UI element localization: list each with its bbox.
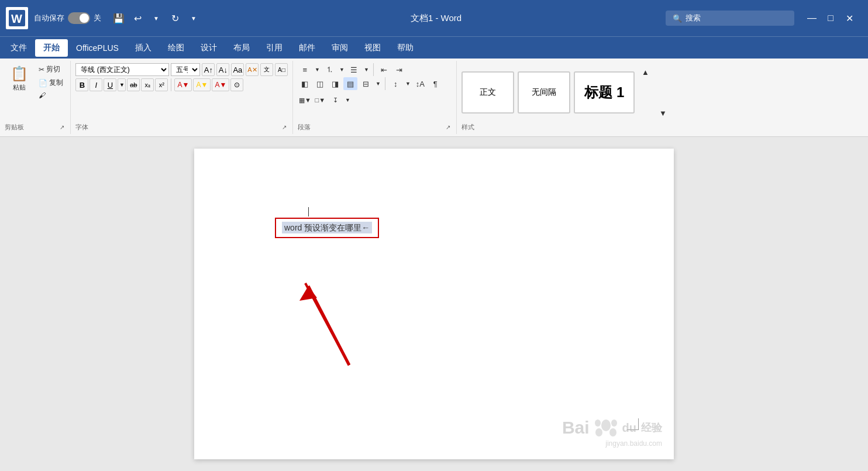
autosave-state: 关 [94, 13, 101, 23]
line-spacing-dropdown[interactable]: ▼ [404, 77, 412, 90]
show-marks-button[interactable]: ¶ [428, 77, 442, 90]
undo-dropdown[interactable]: ▼ [148, 10, 164, 26]
autosave-control: 自动保存 关 [34, 12, 101, 24]
multilevel-list-button[interactable]: ☰ [347, 63, 361, 76]
style-wujianxi[interactable]: 无间隔 [518, 71, 570, 114]
bullet-list-button[interactable]: ≡ [298, 63, 312, 76]
menu-review[interactable]: 审阅 [323, 39, 356, 57]
paragraph-expand[interactable]: ↗ [445, 123, 452, 132]
search-icon: 🔍 [673, 14, 682, 23]
sort-button[interactable]: ↕A [413, 77, 427, 90]
font-size-decrease-button[interactable]: A↓ [216, 63, 229, 76]
menu-design[interactable]: 设计 [192, 39, 225, 57]
decrease-indent-button[interactable]: ⇤ [377, 63, 391, 76]
menu-help[interactable]: 帮助 [389, 39, 422, 57]
chinese-layout-button[interactable]: ⊟ [359, 77, 373, 90]
bold-button[interactable]: B [75, 78, 88, 91]
underline-dropdown[interactable]: ▼ [118, 78, 126, 91]
menu-view[interactable]: 视图 [356, 39, 389, 57]
superscript-button[interactable]: x² [155, 78, 168, 91]
search-placeholder: 搜索 [686, 13, 701, 23]
window-controls: — □ ✕ [804, 10, 857, 26]
menu-layout[interactable]: 布局 [225, 39, 258, 57]
divider [171, 78, 171, 91]
menu-officeplus[interactable]: OfficePLUS [68, 40, 127, 56]
svg-point-5 [601, 420, 611, 431]
clipboard-label: 剪贴板 [5, 123, 24, 132]
save-button[interactable]: 💾 [111, 10, 127, 26]
menu-references[interactable]: 引用 [258, 39, 291, 57]
align-justify-button[interactable]: ▤ [343, 77, 357, 90]
autosave-label: 自动保存 [34, 13, 64, 23]
baidu-watermark: Bai du 经验 jingyan.baidu.com [562, 417, 662, 448]
clipboard-expand[interactable]: ↗ [58, 123, 66, 132]
align-right-button[interactable]: ◨ [328, 77, 342, 90]
arrow-annotation [297, 266, 390, 385]
selected-text-box[interactable]: word 预设渐变在哪里← [275, 218, 379, 238]
char-circle-button[interactable]: ⊙ [230, 78, 243, 91]
font-color-button[interactable]: A▼ [174, 78, 192, 91]
font-size-select[interactable]: 五号 [171, 63, 200, 76]
redo-button[interactable]: ↻ [167, 10, 183, 26]
search-box[interactable]: 🔍 搜索 [666, 11, 794, 26]
numbered-list-button[interactable]: ⒈ [322, 63, 336, 76]
styles-scroll-up[interactable]: ▲ [638, 66, 652, 78]
styles-label: 样式 [461, 123, 474, 132]
strikethrough-button[interactable]: ab [127, 78, 140, 91]
maximize-button[interactable]: □ [822, 10, 839, 26]
undo-button[interactable]: ↩ [129, 10, 146, 26]
paste-icon: 📋 [11, 66, 28, 82]
clipboard-group: 📋 粘贴 ✂ 剪切 📄 复制 🖌 剪贴板 ↗ [0, 61, 71, 134]
styles-scroll-down[interactable]: ▼ [656, 106, 670, 119]
copy-button[interactable]: 📄 复制 [36, 77, 66, 89]
text-box-content[interactable]: word 预设渐变在哪里← [282, 222, 372, 233]
change-case-button[interactable]: Aa [231, 63, 244, 76]
bullet-list-dropdown[interactable]: ▼ [313, 63, 321, 76]
menu-bar: 文件 开始 OfficePLUS 插入 绘图 设计 布局 引用 邮件 审阅 视图… [0, 36, 868, 59]
font-expand[interactable]: ↗ [281, 123, 288, 132]
copy-icon: 📄 [39, 79, 47, 87]
menu-mailings[interactable]: 邮件 [291, 39, 323, 57]
minimize-button[interactable]: — [804, 10, 820, 26]
highlight-button[interactable]: A▼ [193, 78, 211, 91]
text-direction-dropdown[interactable]: ▼ [343, 94, 352, 106]
subscript-button[interactable]: x₂ [141, 78, 154, 91]
numbered-list-dropdown[interactable]: ▼ [337, 63, 346, 76]
chinese-layout-dropdown[interactable]: ▼ [374, 77, 382, 90]
menu-file[interactable]: 文件 [2, 39, 35, 57]
underline-button[interactable]: U [104, 78, 116, 91]
style-zhengwen[interactable]: 正文 [461, 71, 514, 114]
menu-insert[interactable]: 插入 [127, 39, 160, 57]
clear-format-button[interactable]: A✕ [246, 63, 259, 76]
autosave-toggle[interactable] [68, 12, 90, 24]
word-logo: W [6, 7, 28, 29]
close-button[interactable]: ✕ [841, 10, 857, 26]
baidu-jingyan-label: 经验 [641, 421, 662, 435]
char-border-button[interactable]: A▼ [212, 78, 229, 91]
document-page[interactable]: word 预设渐变在哪里← [194, 149, 674, 459]
text-cursor [308, 207, 309, 216]
multilevel-list-dropdown[interactable]: ▼ [362, 63, 370, 76]
font-name-select[interactable]: 等线 (西文正文) [75, 63, 169, 76]
char-shading-button[interactable]: 文 [260, 63, 273, 76]
border-button[interactable]: □▼ [313, 94, 327, 106]
paste-button[interactable]: 📋 粘贴 [5, 63, 34, 101]
text-direction-button[interactable]: ↧ [328, 94, 342, 106]
italic-button[interactable]: I [89, 78, 102, 91]
customize-button[interactable]: ▼ [185, 10, 202, 26]
increase-indent-button[interactable]: ⇥ [392, 63, 406, 76]
style-biaoti1[interactable]: 标题 1 [574, 71, 635, 114]
line-spacing-button[interactable]: ↕ [388, 77, 402, 90]
styles-group: 正文 无间隔 标题 1 ▲ ▼ 样式 [457, 61, 868, 134]
paragraph-label: 段落 [298, 123, 311, 132]
menu-home[interactable]: 开始 [35, 39, 68, 57]
font-size-increase-button[interactable]: A↑ [202, 63, 215, 76]
menu-draw[interactable]: 绘图 [160, 39, 192, 57]
font-display-button[interactable]: A□ [275, 63, 288, 76]
align-center-button[interactable]: ◫ [313, 77, 327, 90]
baidu-url: jingyan.baidu.com [605, 439, 662, 448]
format-painter-button[interactable]: 🖌 [36, 90, 66, 101]
shading-button[interactable]: ▦▼ [298, 94, 312, 106]
cut-button[interactable]: ✂ 剪切 [36, 63, 66, 75]
align-left-button[interactable]: ◧ [298, 77, 312, 90]
